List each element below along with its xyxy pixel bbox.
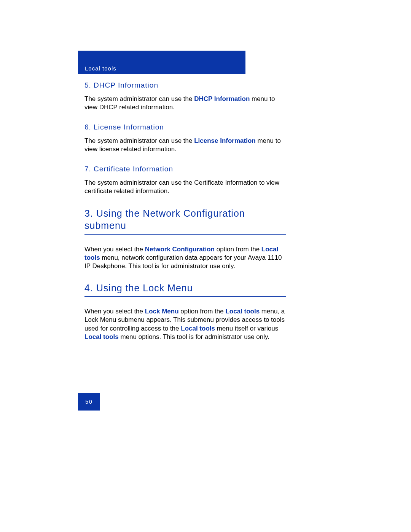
bold-term: Local tools <box>84 333 119 340</box>
header-label: Local tools <box>85 65 116 72</box>
subheading-certificate: 7. Certificate Information <box>84 165 286 173</box>
text: menu, network configuration data appears… <box>84 254 282 270</box>
subheading-license: 6. License Information <box>84 123 286 131</box>
paragraph-dhcp: The system administrator can use the DHC… <box>84 95 286 112</box>
paragraph-network-config: When you select the Network Configuratio… <box>84 245 286 270</box>
bold-term: License Information <box>194 137 256 144</box>
bold-term: Local tools <box>225 308 260 315</box>
bold-term: Local tools <box>181 325 215 332</box>
subheading-dhcp: 5. DHCP Information <box>84 81 286 89</box>
header-bar: Local tools <box>78 51 245 74</box>
text: menu itself or various <box>215 325 278 332</box>
text: When you select the <box>84 246 145 253</box>
heading-network-config: 3. Using the Network Configuration subme… <box>84 207 286 235</box>
page-number: 50 <box>85 399 93 405</box>
paragraph-certificate: The system administrator can use the Cer… <box>84 179 286 195</box>
text: menu options. This tool is for administr… <box>119 333 269 340</box>
paragraph-lock-menu: When you select the Lock Menu option fro… <box>84 307 286 341</box>
text: option from the <box>179 308 226 315</box>
text: The system administrator can use the <box>84 95 194 102</box>
paragraph-license: The system administrator can use the Lic… <box>84 137 286 153</box>
text: The system administrator can use the <box>84 137 194 144</box>
heading-lock-menu: 4. Using the Lock Menu <box>84 282 286 297</box>
text: When you select the <box>84 308 145 315</box>
page-number-box: 50 <box>78 393 100 411</box>
text: option from the <box>215 246 261 253</box>
bold-term: DHCP Information <box>194 95 250 102</box>
bold-term: Lock Menu <box>145 308 179 315</box>
bold-term: Network Configuration <box>145 246 215 253</box>
page-content: 5. DHCP Information The system administr… <box>84 81 286 353</box>
